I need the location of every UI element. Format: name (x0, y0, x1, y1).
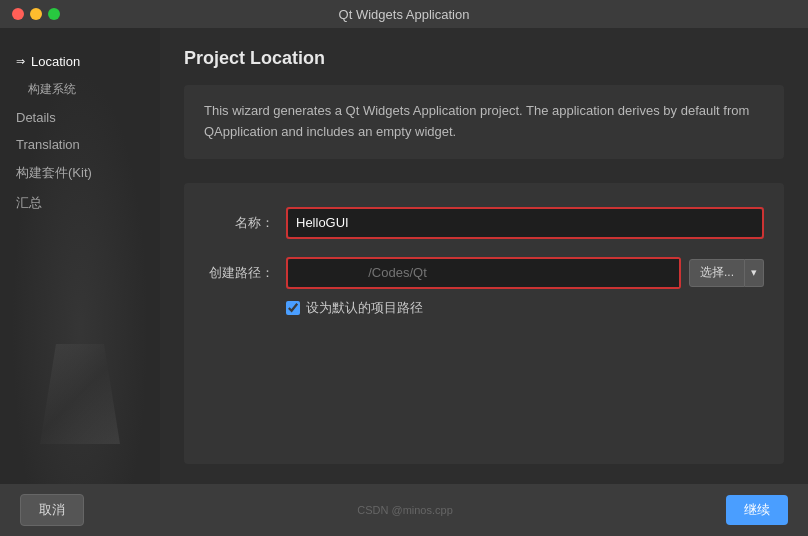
choose-dropdown-button[interactable]: ▾ (745, 259, 764, 287)
sidebar-item-build-system[interactable]: 构建系统 (0, 75, 160, 104)
sidebar-item-label-translation: Translation (16, 137, 80, 152)
checkbox-label: 设为默认的项目路径 (306, 299, 423, 317)
choose-button[interactable]: 选择... (689, 259, 745, 287)
sidebar-item-summary[interactable]: 汇总 (0, 188, 160, 218)
choose-btn-group: 选择... ▾ (689, 259, 764, 287)
name-row: 名称： (204, 207, 764, 239)
sidebar-item-build-kit[interactable]: 构建套件(Kit) (0, 158, 160, 188)
page-title: Project Location (184, 48, 784, 69)
maximize-button[interactable] (48, 8, 60, 20)
description-text: This wizard generates a Qt Widgets Appli… (204, 103, 749, 139)
sidebar-item-translation[interactable]: Translation (0, 131, 160, 158)
sidebar-item-details[interactable]: Details (0, 104, 160, 131)
sidebar-item-label-location: Location (31, 54, 80, 69)
form-area: 名称： 创建路径： 选择... ▾ (184, 183, 784, 464)
sidebar-item-label-details: Details (16, 110, 56, 125)
description-box: This wizard generates a Qt Widgets Appli… (184, 85, 784, 159)
bottom-bar: 取消 CSDN @minos.cpp 继续 (0, 484, 808, 536)
minimize-button[interactable] (30, 8, 42, 20)
sidebar: ⇒ Location 构建系统 Details Translation 构建套件… (0, 28, 160, 484)
content-area: Project Location This wizard generates a… (160, 28, 808, 484)
sidebar-item-label-summary: 汇总 (16, 194, 42, 212)
cancel-button[interactable]: 取消 (20, 494, 84, 526)
path-row: 创建路径： 选择... ▾ (204, 257, 764, 289)
watermark-text: CSDN @minos.cpp (357, 504, 453, 516)
sidebar-item-label-build-system: 构建系统 (28, 81, 76, 98)
title-bar: Qt Widgets Application (0, 0, 808, 28)
continue-button[interactable]: 继续 (726, 495, 788, 525)
window-controls[interactable] (12, 8, 60, 20)
name-input[interactable] (288, 209, 762, 237)
window-title: Qt Widgets Application (339, 7, 470, 22)
close-button[interactable] (12, 8, 24, 20)
sidebar-item-label-build-kit: 构建套件(Kit) (16, 164, 92, 182)
sidebar-item-location[interactable]: ⇒ Location (0, 48, 160, 75)
path-label: 创建路径： (204, 264, 274, 282)
checkbox-row: 设为默认的项目路径 (286, 299, 764, 317)
path-input[interactable] (288, 259, 679, 287)
default-path-checkbox[interactable] (286, 301, 300, 315)
name-label: 名称： (204, 214, 274, 232)
main-layout: ⇒ Location 构建系统 Details Translation 构建套件… (0, 28, 808, 484)
dropdown-arrow-icon: ▾ (751, 266, 757, 279)
arrow-icon: ⇒ (16, 55, 25, 68)
